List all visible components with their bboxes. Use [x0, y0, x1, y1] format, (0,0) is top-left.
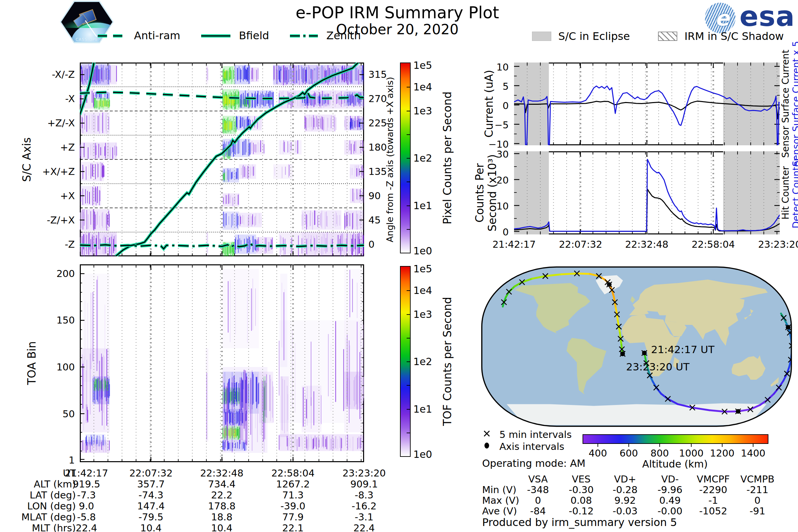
lon-c4: -39.0 — [263, 500, 323, 512]
mlt-c5: 22.4 — [334, 522, 394, 532]
cb1-tick-1e2: 1e2 — [413, 152, 432, 164]
ut-c1: 21:42:17 — [57, 468, 116, 479]
operating-mode: Operating mode: AM — [482, 457, 586, 469]
dot-marker-icon — [483, 441, 491, 450]
pixel-counts-colorbar-title: Pixel Counts per Second — [441, 92, 454, 224]
epop-irm-summary-plot: CASSIOPE e-POP IRM Summary Plot October … — [0, 0, 798, 532]
cb1-tick-1e5: 1e5 — [413, 59, 432, 71]
band-label--z: -Z — [20, 239, 75, 250]
x-marker-icon — [483, 430, 491, 438]
ground-track-map: 21:42:17 UT 23:23:20 UT — [481, 266, 792, 427]
angle-tick-225: 225 — [368, 117, 387, 129]
shadow-label: IRM in S/C Shadow — [685, 30, 784, 42]
ut-c5: 23:23:20 — [334, 468, 394, 479]
ut-c2: 22:07:32 — [121, 468, 181, 479]
v-ave-vcmpb: -91 — [731, 506, 784, 517]
band-label--x-z: -X/-Z — [20, 69, 75, 80]
mlt-c2: 10.4 — [121, 522, 181, 532]
shadow-swatch — [658, 32, 677, 41]
anti-ram-line-swatch — [96, 31, 127, 41]
mlat-c3: 18.8 — [192, 511, 252, 523]
cb2-tick-1e0: 1e0 — [413, 449, 432, 460]
cb2-tick-1e3: 1e3 — [413, 308, 432, 320]
eclipse-legend: S/C in Eclipse IRM in S/C Shadow — [532, 30, 798, 43]
cb2-tick-1e5: 1e5 — [413, 263, 432, 274]
cb2-tick-1e2: 1e2 — [413, 356, 432, 367]
alt-tick-1400: 1400 — [733, 448, 773, 459]
alt-c4: 1267.2 — [263, 478, 323, 490]
band-label--x: -X — [20, 93, 75, 104]
band-label-px: +X — [20, 190, 75, 202]
lon-c5: -16.2 — [334, 500, 394, 512]
dot-marker-label: Axis intervals — [499, 441, 564, 452]
counts-right-label-black: Hit Counter — [780, 166, 791, 220]
angle-tick-180: 180 — [368, 141, 387, 153]
altitude-colorbar — [583, 434, 768, 444]
angle-tick-135: 135 — [368, 166, 387, 177]
toa-bin-ylabel: TOA Bin — [25, 341, 38, 385]
band-label-pz-x: +Z/-X — [20, 117, 75, 129]
angle-tick-0: 0 — [368, 239, 374, 250]
alt-c3: 734.4 — [192, 478, 252, 490]
mlt-c3: 10.4 — [192, 522, 252, 532]
lon-c3: 178.8 — [192, 500, 252, 512]
mlat-c2: -79.5 — [121, 511, 181, 523]
tof-counts-colorbar: 1e5 1e4 1e3 1e2 1e1 1e0 — [400, 266, 411, 457]
current-tick--5: −5 — [475, 119, 509, 131]
footer-version: Produced by irm_summary version 5 — [482, 516, 677, 529]
counts-tick-20: 20 — [475, 174, 509, 186]
toa-tick-200: 200 — [43, 268, 75, 279]
x-marker-label: 5 min intervals — [499, 429, 572, 440]
cb1-tick-1e3: 1e3 — [413, 105, 432, 116]
counts-right-label-blue: Detect Counter — [791, 157, 798, 228]
pixel-counts-colorbar: 1e5 1e4 1e3 1e2 1e1 1e0 — [400, 62, 411, 253]
v-min-vcmpb: -211 — [731, 484, 784, 495]
patch-earth — [71, 23, 125, 62]
mlt-c4: 22.1 — [263, 522, 323, 532]
page-title: e-POP IRM Summary Plot — [296, 3, 499, 22]
counts-ylabel-line1: Counts Per — [474, 154, 486, 231]
lat-c3: 22.2 — [192, 490, 252, 501]
lat-c4: 71.3 — [263, 490, 323, 501]
cb1-tick-1e4: 1e4 — [413, 81, 432, 93]
counts-plot — [514, 151, 780, 234]
current-tick-0: 0 — [475, 100, 509, 111]
altitude-label: Altitude (km) — [642, 458, 708, 470]
legend-bfield-label: Bfield — [239, 29, 269, 42]
eclipse-label: S/C in Eclipse — [558, 30, 630, 42]
time-tick-4: 22:58:04 — [683, 239, 743, 250]
lon-c2: 147.4 — [121, 500, 181, 512]
band-label-pz: +Z — [20, 141, 75, 153]
toa-tick-50: 50 — [43, 408, 75, 420]
alt-c5: 909.1 — [334, 478, 394, 490]
angle-axis-label: Angle from -Z axis (towards +X axis) — [385, 77, 395, 242]
time-tick-1: 21:42:17 — [484, 239, 544, 250]
counts-tick-30: 30 — [475, 149, 509, 160]
time-tick-3: 22:32:48 — [617, 239, 677, 250]
alt-c2: 357.7 — [121, 478, 181, 490]
ut-c4: 22:58:04 — [263, 468, 323, 479]
esa-logo-e: e — [715, 6, 729, 31]
toa-tick-100: 100 — [43, 361, 75, 373]
eclipse-swatch — [532, 32, 551, 41]
band-label-px-pz: +X/+Z — [20, 166, 75, 177]
zenith-line-swatch — [289, 31, 319, 41]
map-label-end: 23:23:20 UT — [626, 361, 690, 373]
cb2-tick-1e1: 1e1 — [413, 403, 432, 415]
current-plot — [514, 62, 780, 145]
current-tick-5: 5 — [475, 81, 509, 92]
toa-tick-1: 1 — [43, 455, 75, 466]
time-tick-2: 22:07:32 — [551, 239, 610, 250]
mlat-c1: -5.8 — [57, 511, 116, 523]
attitude-legend: Anti-ram Bfield Zenith — [96, 29, 362, 42]
sc-axis-spectrogram-overlay — [80, 62, 364, 256]
lat-c2: -74.3 — [121, 490, 181, 501]
counts-tick-0: 0 — [475, 226, 509, 238]
bfield-line-swatch — [200, 31, 232, 41]
map-label-start: 21:42:17 UT — [651, 343, 715, 356]
counts-ylabel-line2: Second (x10³) — [486, 154, 499, 231]
angle-tick-90: 90 — [368, 190, 381, 202]
patch-label: CASSIOPE — [75, 37, 98, 42]
alt-c1: 919.5 — [57, 478, 116, 490]
current-right-label-blue: Sensor Surface Current x 5 — [791, 41, 798, 167]
